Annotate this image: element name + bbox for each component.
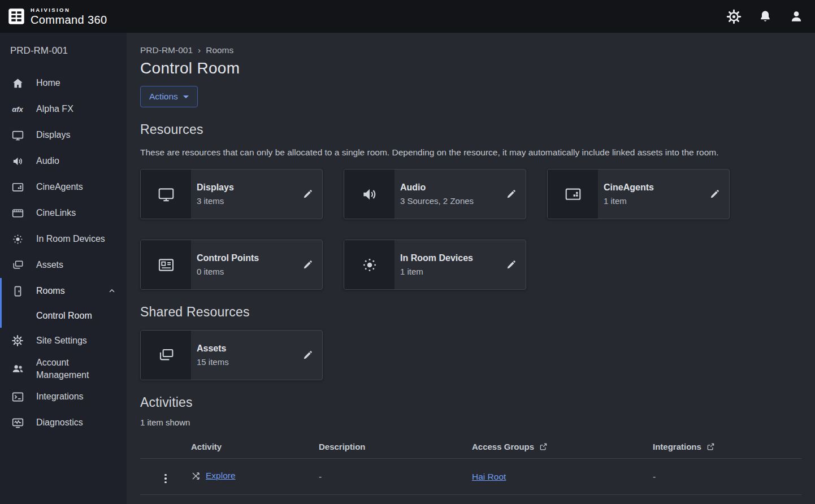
pencil-icon [709,189,720,199]
row-menu-button[interactable] [160,472,171,486]
activity-explore-link[interactable]: Explore [206,471,236,481]
card-title: Assets [197,344,302,354]
resources-heading: Resources [140,122,801,137]
people-icon [10,362,25,376]
audio-icon [344,170,395,219]
card-subtitle: 1 item [400,267,506,276]
sidebar-item-diagnostics[interactable]: Diagnostics [0,410,127,436]
control-points-icon [141,240,191,289]
page-title: Control Room [140,59,801,77]
card-title: Control Points [197,253,302,263]
alpha-fx-icon: αfx [10,102,25,116]
home-icon [10,76,25,90]
sidebar-item-displays[interactable]: Displays [0,122,127,148]
column-activity: Activity [191,435,319,459]
column-actions [140,435,191,459]
settings-button[interactable] [726,9,742,24]
pencil-icon [506,189,517,199]
breadcrumb-rooms[interactable]: Rooms [206,45,233,55]
column-access-groups-label: Access Groups [472,442,534,451]
resources-description: These are resources that can only be all… [140,146,791,159]
breadcrumb-room[interactable]: PRD-RM-001 [140,45,193,55]
sidebar-item-label: Site Settings [36,334,87,347]
bell-icon [758,10,772,23]
shared-resources-heading: Shared Resources [140,305,801,320]
cinelinks-icon [10,206,25,220]
card-subtitle: 1 item [604,196,709,206]
sidebar-item-label: CineLinks [36,207,76,219]
card-control-points: Control Points 0 items [140,240,323,290]
sidebar-item-label: Assets [36,259,63,271]
sidebar-item-account-management[interactable]: Account Management [0,354,127,384]
sidebar-item-label: In Room Devices [36,233,105,245]
haivision-logo-icon [8,8,25,25]
user-icon [789,9,804,24]
display-icon [10,128,25,142]
main-content: PRD-RM-001 › Rooms Control Room Actions … [127,33,815,504]
rooms-icon [10,284,25,298]
card-subtitle: 0 items [197,267,302,276]
chevron-up-icon [107,286,116,296]
sidebar-item-label: Displays [36,129,70,141]
sidebar-item-cinelinks[interactable]: CineLinks [0,200,127,226]
edit-in-room-devices-button[interactable] [506,259,517,270]
external-link-icon[interactable] [706,442,715,451]
access-group-link[interactable]: Hai Root [472,472,506,481]
card-title: In Room Devices [400,253,506,263]
sidebar-item-integrations[interactable]: Integrations [0,384,127,410]
activities-count: 1 item shown [140,418,801,427]
table-header-row: Activity Description Access Groups [140,435,801,459]
sidebar-item-site-settings[interactable]: Site Settings [0,328,127,354]
sidebar-item-cineagents[interactable]: CineAgents [0,174,127,200]
sidebar-item-rooms[interactable]: Rooms [2,278,127,304]
sidebar-subitem-label: Control Room [36,311,92,321]
column-integrations-label: Integrations [653,442,701,451]
column-integrations: Integrations [653,435,801,459]
actions-button[interactable]: Actions [140,86,198,107]
edit-displays-button[interactable] [302,189,313,199]
sidebar-group-rooms: Rooms Control Room [0,278,127,328]
card-cineagents: CineAgents 1 item [547,169,730,219]
sidebar-item-home[interactable]: Home [0,70,127,96]
display-icon [141,170,191,219]
column-access-groups: Access Groups [472,435,653,459]
terminal-icon [10,390,25,403]
site-label: PRD-RM-001 [0,33,127,62]
audio-icon [10,154,25,168]
pencil-icon [302,350,313,360]
caret-down-icon [183,95,189,98]
sidebar-item-audio[interactable]: Audio [0,148,127,174]
notifications-button[interactable] [758,10,772,23]
column-description: Description [319,435,472,459]
card-assets: Assets 15 items [140,330,323,380]
pencil-icon [506,259,517,270]
sidebar-item-assets[interactable]: Assets [0,252,127,278]
sidebar-item-label: Diagnostics [36,416,83,429]
in-room-devices-icon [10,232,25,246]
card-subtitle: 3 items [197,196,302,206]
edit-control-points-button[interactable] [302,259,313,270]
user-menu-button[interactable] [789,9,804,24]
sidebar: PRD-RM-001 Home αfx Alpha FX D [0,33,127,504]
app-name: Command 360 [31,14,107,25]
sidebar-item-in-room-devices[interactable]: In Room Devices [0,226,127,252]
external-link-icon[interactable] [539,442,548,451]
breadcrumb-separator: › [198,45,201,55]
edit-cineagents-button[interactable] [709,189,720,199]
sidebar-item-control-room[interactable]: Control Room [2,304,127,328]
description-cell: - [319,459,472,495]
card-audio: Audio 3 Sources, 2 Zones [344,169,526,219]
edit-audio-button[interactable] [506,189,517,199]
app-logo[interactable]: HAIVISION Command 360 [8,7,107,26]
sidebar-item-label: CineAgents [36,181,83,193]
topbar-actions [726,9,804,24]
top-bar: HAIVISION Command 360 [0,0,815,33]
sidebar-item-alpha-fx[interactable]: αfx Alpha FX [0,96,127,122]
sidebar-item-label: Alpha FX [36,103,73,115]
assets-icon [10,258,25,272]
sidebar-item-label: Audio [36,155,59,167]
actions-button-label: Actions [149,92,178,102]
card-subtitle: 15 items [197,357,302,367]
card-subtitle: 3 Sources, 2 Zones [400,196,506,206]
edit-assets-button[interactable] [302,350,313,360]
